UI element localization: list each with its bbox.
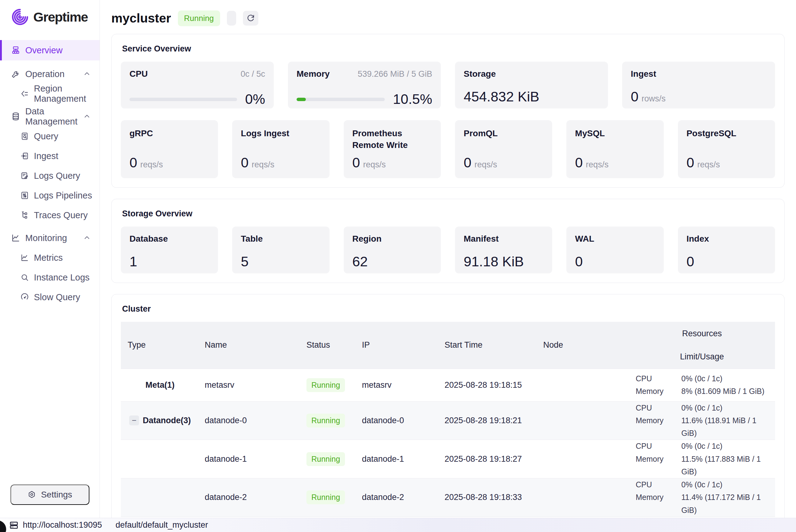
table-row-datanode-0[interactable]: − Datanode(3) datanode-0 Running datanod… — [121, 401, 775, 440]
cpu-limit: 0c / 5c — [241, 69, 265, 79]
postgresql-label: PostgreSQL — [686, 128, 764, 139]
chevron-up-icon[interactable] — [83, 113, 91, 120]
cluster-status-badge: Running — [178, 11, 220, 26]
column-header-name: Name — [198, 322, 300, 369]
database-label: Database — [130, 234, 168, 244]
limit-usage-header: Limit/Usage — [632, 352, 772, 362]
sidebar-item-traces-query[interactable]: Traces Query — [0, 206, 99, 224]
ingest-value: 0 — [631, 89, 639, 104]
wal-card: WAL 0 — [566, 227, 663, 273]
mysql-card: MySQL 0reqs/s — [566, 120, 663, 178]
sidebar-group-label: Operation — [25, 69, 64, 79]
sidebar-item-region-management[interactable]: Region Management — [0, 84, 99, 103]
brand-logo[interactable]: Greptime — [0, 0, 99, 32]
sidebar-item-label: Traces Query — [34, 210, 88, 221]
promql-unit: reqs/s — [474, 160, 497, 169]
cluster-header: mycluster Running — [111, 7, 784, 29]
row-name: datanode-2 — [198, 478, 300, 517]
brand-name: Greptime — [33, 10, 88, 25]
storage-cards: Database 1 Table 5 Region 62 Manifest 91… — [121, 227, 775, 273]
table-row-metasrv[interactable]: Meta(1) metasrv Running metasrv 2025-08-… — [121, 369, 775, 401]
sidebar-item-metrics[interactable]: Metrics — [0, 248, 99, 267]
memory-resource-label: Memory — [636, 453, 681, 478]
manifest-card: Manifest 91.18 KiB — [455, 227, 552, 273]
cpu-resource-label: CPU — [636, 440, 681, 453]
sidebar-item-query[interactable]: Query — [0, 127, 99, 146]
postgresql-card: PostgreSQL 0reqs/s — [678, 120, 775, 178]
prometheus-remote-write-unit: reqs/s — [363, 160, 386, 169]
settings-button[interactable]: Settings — [11, 484, 89, 505]
sidebar-item-logs-pipelines[interactable]: Logs Pipelines — [0, 186, 99, 205]
table-card: Table 5 — [232, 227, 329, 273]
wal-value: 0 — [575, 254, 655, 270]
index-label: Index — [686, 234, 709, 244]
storage-overview-title: Storage Overview — [122, 209, 775, 218]
logs-ingest-value: 0 — [241, 155, 248, 170]
table-row-datanode-2[interactable]: datanode-2 Running datanode-2 2025-08-28… — [121, 478, 775, 517]
storage-overview-panel: Storage Overview Database 1 Table 5 Regi… — [111, 199, 784, 283]
sidebar-group-monitoring[interactable]: Monitoring — [0, 229, 99, 247]
status-badge: Running — [306, 378, 345, 392]
chevron-up-icon[interactable] — [83, 70, 91, 78]
cpu-resource-value: 0% (0c / 1c) — [681, 440, 769, 453]
wrench-icon — [11, 69, 20, 79]
status-badge: Running — [306, 414, 345, 428]
database-icon — [11, 112, 20, 121]
sidebar-item-label: Overview — [25, 45, 62, 56]
cluster-table-header-row: Type Name Status IP Start Time Node Reso… — [121, 322, 775, 369]
header-secondary-button[interactable] — [227, 11, 236, 25]
row-start-time: 2025-08-28 19:18:27 — [438, 440, 536, 478]
pipelines-icon — [20, 191, 29, 200]
logs-query-icon — [20, 171, 29, 180]
memory-label: Memory — [297, 69, 329, 79]
ingest-card: Ingest 0rows/s — [622, 62, 775, 109]
cpu-label: CPU — [130, 69, 148, 79]
corner-floating-button[interactable] — [0, 520, 6, 532]
memory-resource-value: 11.6% (118.91 MiB / 1 GiB) — [681, 414, 769, 440]
collapse-datanode-group-button[interactable]: − — [129, 416, 139, 425]
settings-label: Settings — [41, 490, 72, 500]
memory-resource-label: Memory — [636, 385, 681, 398]
memory-resource-value: 8% (81.609 MiB / 1 GiB) — [681, 385, 769, 398]
index-card: Index 0 — [678, 227, 775, 273]
chevron-up-icon[interactable] — [83, 234, 91, 242]
search-icon — [20, 273, 29, 282]
column-header-status: Status — [300, 322, 355, 369]
sidebar-item-overview[interactable]: Overview — [0, 40, 99, 60]
sidebar-item-label: Instance Logs — [34, 272, 90, 283]
sidebar-item-label: Logs Query — [34, 171, 80, 181]
prometheus-remote-write-label: Prometheus Remote Write — [353, 128, 430, 151]
endpoint-segment[interactable]: http://localhost:19095 — [9, 520, 102, 530]
database-card: Database 1 — [121, 227, 218, 273]
sidebar-item-instance-logs[interactable]: Instance Logs — [0, 268, 99, 287]
sidebar-group-operation[interactable]: Operation — [0, 65, 99, 83]
table-label: Table — [241, 234, 263, 244]
column-header-type: Type — [121, 322, 198, 369]
service-overview-panel: Service Overview CPU 0c / 5c 0% — [111, 34, 784, 188]
row-ip: datanode-2 — [355, 478, 438, 517]
refresh-button[interactable] — [243, 11, 258, 25]
storage-card: Storage 454.832 KiB — [455, 62, 608, 109]
sidebar-group-data-management[interactable]: Data Management — [0, 107, 99, 126]
page-title: mycluster — [111, 11, 171, 25]
resources-header: Resources — [632, 329, 772, 338]
table-row-datanode-1[interactable]: datanode-1 Running datanode-1 2025-08-28… — [121, 440, 775, 478]
row-type: Meta(1) — [128, 380, 198, 390]
sidebar-item-label: Query — [34, 131, 58, 141]
mysql-value: 0 — [575, 155, 583, 170]
memory-resource-label: Memory — [636, 491, 681, 517]
sidebar-item-slow-query[interactable]: Slow Query — [0, 288, 99, 306]
memory-resource-value: 11.5% (117.883 MiB / 1 GiB) — [681, 453, 769, 478]
memory-card: Memory 539.266 MiB / 5 GiB 10.5% — [288, 62, 441, 109]
sidebar-item-ingest[interactable]: Ingest — [0, 147, 99, 165]
database-value: 1 — [130, 254, 209, 270]
sidebar-item-label: Metrics — [34, 253, 62, 263]
server-icon — [9, 520, 19, 530]
sidebar-item-label: Region Management — [34, 83, 99, 104]
status-badge: Running — [306, 490, 345, 504]
metrics-icon — [20, 253, 29, 262]
database-segment[interactable]: default/default_mycluster — [116, 520, 208, 530]
region-management-icon — [20, 89, 29, 98]
sidebar-item-logs-query[interactable]: Logs Query — [0, 167, 99, 185]
postgresql-unit: reqs/s — [697, 160, 720, 169]
